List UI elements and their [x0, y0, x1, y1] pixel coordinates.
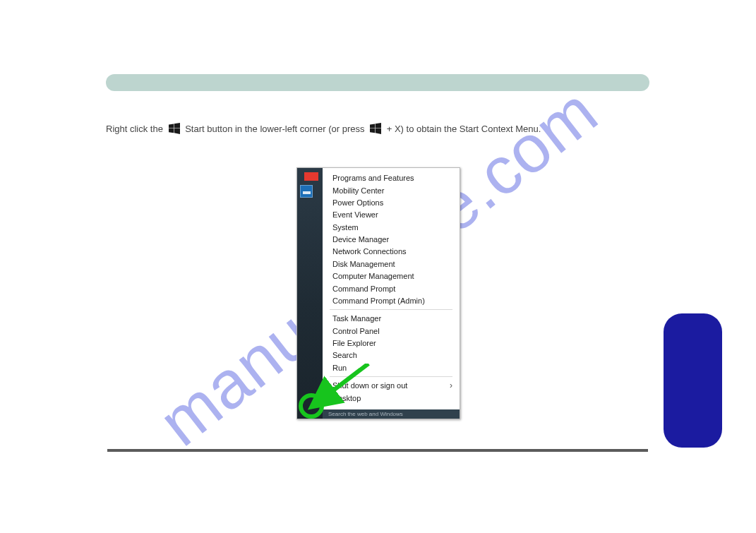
menu-item[interactable]: Shut down or sign out [323, 380, 460, 392]
menu-item[interactable]: Event Viewer [323, 209, 460, 221]
svg-marker-3 [174, 128, 179, 134]
menu-item[interactable]: Mobility Center [323, 184, 460, 196]
menu-item[interactable]: Task Manager [323, 313, 460, 325]
menu-item[interactable]: System [323, 222, 460, 234]
svg-marker-5 [376, 123, 381, 128]
menu-item[interactable]: Network Connections [323, 246, 460, 258]
start-context-menu-screenshot: Programs and FeaturesMobility CenterPowe… [296, 167, 460, 419]
svg-marker-0 [169, 124, 174, 128]
svg-marker-2 [169, 128, 174, 133]
menu-item[interactable]: File Explorer [323, 337, 460, 349]
menu-item[interactable]: Power Options [323, 197, 460, 209]
svg-marker-7 [376, 128, 381, 134]
footer-divider [107, 449, 648, 452]
svg-marker-6 [370, 128, 375, 133]
instruction-pre: Right click the [106, 124, 166, 134]
menu-item[interactable]: Command Prompt [323, 282, 460, 294]
windows-logo-icon [169, 123, 180, 134]
menu-item[interactable]: Programs and Features [323, 172, 460, 184]
menu-separator [330, 309, 452, 310]
svg-marker-1 [174, 123, 179, 128]
menu-item[interactable]: Disk Management [323, 258, 460, 270]
taskbar-background [297, 168, 323, 419]
taskbar-tile-red [304, 172, 318, 181]
windows-key-icon [370, 123, 381, 134]
svg-marker-4 [370, 124, 375, 128]
menu-item[interactable]: Control Panel [323, 325, 460, 337]
start-context-menu: Programs and FeaturesMobility CenterPowe… [323, 168, 460, 409]
instruction-post: to obtain the Start Context Menu. [404, 124, 541, 134]
menu-separator [330, 376, 452, 377]
menu-item[interactable]: Run [323, 362, 460, 374]
menu-item[interactable]: Command Prompt (Admin) [323, 295, 460, 307]
instruction-shortcut: + X) [384, 124, 404, 134]
menu-item[interactable]: Search [323, 349, 460, 361]
instruction-line: Right click the Start button in the lowe… [106, 120, 649, 137]
page-side-tab [664, 313, 722, 448]
section-header-bar [106, 74, 649, 91]
menu-item[interactable]: Device Manager [323, 234, 460, 246]
taskbar-tile-blue [300, 185, 313, 198]
taskbar-search-box[interactable]: Search the web and Windows [323, 409, 460, 419]
instruction-mid: Start button in the lower-left corner (o… [183, 124, 368, 134]
menu-item[interactable]: Computer Management [323, 270, 460, 282]
menu-item[interactable]: Desktop [323, 392, 460, 404]
